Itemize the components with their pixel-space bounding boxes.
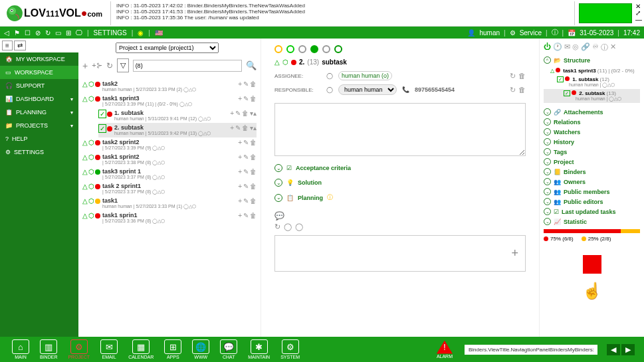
refresh-list-icon[interactable]: ↻ bbox=[106, 61, 113, 70]
refresh-comments-icon[interactable]: ↻ bbox=[274, 223, 280, 231]
sidebar-item-planning[interactable]: 📋PLANNING▾ bbox=[0, 106, 78, 119]
section-statistic[interactable]: ⌄📈Statistic bbox=[544, 218, 640, 225]
sidebar-item-workspace[interactable]: ▭WORKSPACE bbox=[0, 66, 78, 79]
bottom-system[interactable]: ⚙SYSTEM bbox=[278, 338, 302, 361]
bottom-binder[interactable]: ▥BINDER bbox=[37, 338, 60, 361]
tree-item[interactable]: ✓ 1. subtask (12)human human | ◯△⬡ bbox=[544, 75, 640, 89]
save-icon[interactable]: ☐ bbox=[25, 29, 31, 37]
bottom-email[interactable]: ✉EMAIL bbox=[98, 338, 120, 361]
service-link[interactable]: Service bbox=[520, 29, 542, 37]
section-owners[interactable]: ⌄👥Owners bbox=[544, 178, 640, 185]
task-row[interactable]: △⬡ task2human human | 5/27/2023 3:33 PM … bbox=[82, 79, 257, 94]
section-relations[interactable]: ⌄Relations bbox=[544, 118, 640, 126]
sidebar-item-projects[interactable]: 📁PROJECTS▾ bbox=[0, 119, 78, 132]
target-icon[interactable]: ◎ bbox=[572, 43, 579, 52]
description-textarea[interactable] bbox=[274, 103, 526, 156]
bottom-calendar[interactable]: ▦CALENDAR bbox=[126, 338, 156, 361]
circle1-icon[interactable]: ◯ bbox=[284, 223, 292, 231]
cycle-icon[interactable]: ♾ bbox=[592, 43, 599, 52]
bottom-project[interactable]: ⚙PROJECT bbox=[65, 338, 92, 361]
nav-prev-icon[interactable]: ◀ bbox=[607, 344, 620, 355]
screen-icon[interactable]: ⊞ bbox=[66, 29, 71, 37]
task-row[interactable]: △⬡ task3 sprint 1| 5/27/2023 3:37 PM (8)… bbox=[82, 167, 257, 181]
bottom-apps[interactable]: ⊞APPS bbox=[161, 338, 184, 361]
task-row[interactable]: △⬡ task 2 sprint1| 5/27/2023 3:37 PM (8)… bbox=[82, 181, 257, 196]
menu-toggle-icon[interactable]: ≡ bbox=[2, 41, 13, 50]
sidebar-item-settings[interactable]: ⚙SETTINGS bbox=[0, 145, 78, 159]
history-icon[interactable]: ↻ bbox=[510, 72, 516, 80]
bottom-chat[interactable]: 💬CHAT bbox=[217, 338, 240, 361]
info2-icon[interactable]: ⓘ bbox=[601, 43, 608, 52]
section-acceptance[interactable]: ⌄☑Acceptance criteria bbox=[274, 164, 526, 172]
bottom-main[interactable]: ⌂MAIN bbox=[9, 338, 32, 361]
link-icon[interactable]: ⊘ bbox=[35, 29, 41, 37]
close2-icon[interactable]: ✕ bbox=[610, 43, 616, 52]
nav-back-icon[interactable]: ◁ bbox=[4, 29, 9, 37]
monitor-icon[interactable]: 🖵 bbox=[76, 29, 82, 37]
section-history[interactable]: ⌄History bbox=[544, 138, 640, 145]
add-icon[interactable]: + bbox=[82, 60, 88, 71]
clock-icon[interactable]: 🕐 bbox=[553, 43, 562, 52]
task-row[interactable]: ✓ 2. subtaskhuman human | 5/31/2023 9:42… bbox=[98, 123, 257, 137]
window-icon[interactable]: ▭ bbox=[55, 29, 61, 37]
flag-us-icon[interactable]: 🇺🇸 bbox=[155, 29, 163, 37]
section-public-members[interactable]: ⌄👥Public members bbox=[544, 188, 640, 195]
task-row[interactable]: △⬡ task2 sprint2| 5/27/2023 3:39 PM (9) … bbox=[82, 137, 257, 152]
delete2-icon[interactable]: 🗑 bbox=[518, 86, 526, 94]
assignee-icon: ◯ bbox=[326, 72, 333, 79]
sidebar-item-help[interactable]: ?HELP bbox=[0, 132, 78, 145]
power-icon[interactable]: ⏻ bbox=[544, 43, 551, 52]
minimize-icon[interactable]: — bbox=[635, 17, 642, 23]
section-project[interactable]: ⌄Project bbox=[544, 158, 640, 165]
section-attachements[interactable]: ⌄🔗Attachements bbox=[544, 108, 640, 116]
info-icon[interactable]: ⓘ bbox=[552, 28, 558, 37]
task-row[interactable]: △⬡ task1 sprint3| 5/27/2023 3:39 PM (11)… bbox=[82, 94, 257, 108]
close-icon[interactable]: ✕ bbox=[635, 3, 642, 10]
section-planning[interactable]: ⌄📋Planning ⓘ bbox=[274, 193, 526, 202]
structure-section[interactable]: ^📂Structure bbox=[544, 56, 640, 64]
stat-left: 75% (6/8) bbox=[544, 236, 574, 242]
section-tags[interactable]: ⌄Tags bbox=[544, 148, 640, 155]
refresh-icon[interactable]: ↻ bbox=[45, 29, 51, 37]
assignee-value[interactable]: human human (o) bbox=[338, 71, 392, 80]
history2-icon[interactable]: ↻ bbox=[510, 86, 516, 94]
task-row[interactable]: △⬡ task1 sprin1| 5/27/2023 3:36 PM (8) ◯… bbox=[82, 211, 257, 225]
alarm-button[interactable]: !ALARM bbox=[437, 341, 453, 359]
filter-input[interactable] bbox=[133, 60, 242, 72]
section-binders[interactable]: ⌄📒Binders bbox=[544, 168, 640, 175]
bottom-www[interactable]: 🌐WWW bbox=[189, 338, 212, 361]
section-public-editors[interactable]: ⌄👥Public editors bbox=[544, 198, 640, 205]
task-row[interactable]: △⬡ task1 sprint2| 5/27/2023 3:38 PM (8) … bbox=[82, 152, 257, 167]
expand-icon[interactable]: ⤢ bbox=[635, 10, 642, 17]
logo[interactable]: LOV111VOL●com bbox=[0, 3, 108, 24]
section-solution[interactable]: ⌄💡Solution bbox=[274, 179, 526, 187]
flag-icon[interactable]: ⚑ bbox=[14, 29, 20, 37]
search-icon[interactable]: 🔍 bbox=[246, 60, 257, 70]
mail-icon[interactable]: ✉ bbox=[564, 43, 570, 52]
add-comment-icon[interactable]: + bbox=[504, 246, 525, 260]
add-branch-icon[interactable]: +⊱ bbox=[92, 61, 102, 70]
delete-icon[interactable]: 🗑 bbox=[518, 72, 526, 80]
task-row[interactable]: ✓ 1. subtaskhuman human | 5/31/2023 9:41… bbox=[98, 108, 257, 123]
nav-next-icon[interactable]: ▶ bbox=[621, 344, 635, 355]
sidebar-item-support[interactable]: 🎧SUPPORT bbox=[0, 79, 78, 92]
section-watchers[interactable]: ⌄Watchers bbox=[544, 128, 640, 136]
sidebar-item-dashboard[interactable]: 📊DASHBOARD▾ bbox=[0, 92, 78, 106]
task-row[interactable]: △⬡ task1human human | 5/27/2023 3:33 PM … bbox=[82, 196, 257, 211]
tree-item[interactable]: △ task1 sprint3 (11) | (0/2 - 0%) bbox=[544, 66, 640, 75]
circle2-icon[interactable]: ◯ bbox=[295, 223, 303, 231]
status-dots[interactable] bbox=[274, 45, 526, 53]
user-label[interactable]: human bbox=[479, 29, 500, 37]
filter-icon[interactable]: ▽ bbox=[117, 58, 129, 72]
section-last-updated-tasks[interactable]: ⌄☑Last updated tasks bbox=[544, 208, 640, 215]
status-dot-icon[interactable]: ◉ bbox=[138, 29, 144, 37]
settings-link[interactable]: SETTINGS bbox=[94, 29, 127, 37]
comment-input[interactable]: + bbox=[274, 235, 526, 272]
project-select[interactable]: Project 1 example (project1) bbox=[116, 43, 219, 53]
sidebar-item-my-workspace[interactable]: 🏠MY WORKSPACE bbox=[0, 52, 78, 66]
responsible-select[interactable]: human human bbox=[338, 84, 397, 95]
bottom-maintain[interactable]: ✱MAINTAIN bbox=[245, 338, 272, 361]
swap-icon[interactable]: ⇄ bbox=[14, 41, 26, 50]
tree-item[interactable]: ✓ 2. subtask (13)human human | ◯△⬡ bbox=[544, 89, 640, 103]
attach-icon[interactable]: 🔗 bbox=[581, 43, 590, 52]
